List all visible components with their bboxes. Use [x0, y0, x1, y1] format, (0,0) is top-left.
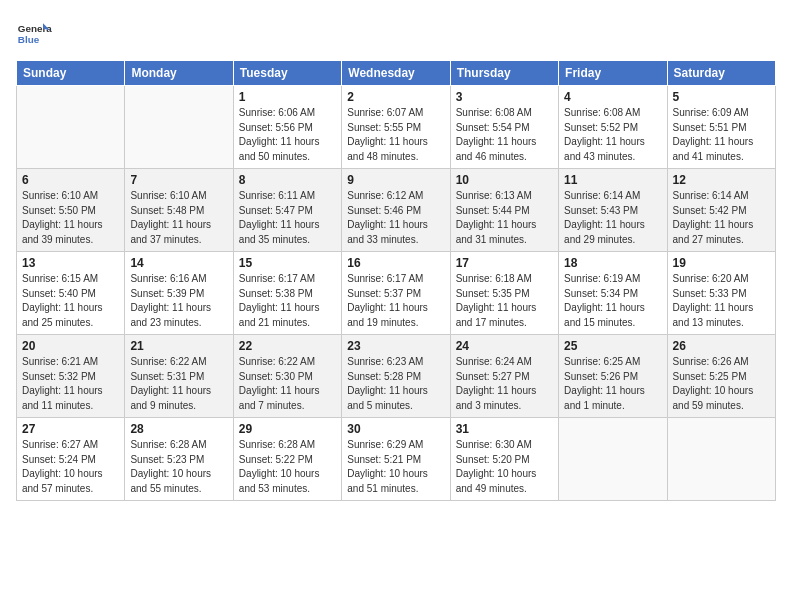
- day-number: 15: [239, 256, 336, 270]
- day-info: Sunrise: 6:21 AM Sunset: 5:32 PM Dayligh…: [22, 355, 119, 413]
- day-number: 7: [130, 173, 227, 187]
- day-number: 10: [456, 173, 553, 187]
- day-number: 18: [564, 256, 661, 270]
- day-number: 28: [130, 422, 227, 436]
- calendar-cell: [667, 418, 775, 501]
- day-info: Sunrise: 6:20 AM Sunset: 5:33 PM Dayligh…: [673, 272, 770, 330]
- day-number: 23: [347, 339, 444, 353]
- calendar-cell: 11Sunrise: 6:14 AM Sunset: 5:43 PM Dayli…: [559, 169, 667, 252]
- day-number: 3: [456, 90, 553, 104]
- calendar-cell: 15Sunrise: 6:17 AM Sunset: 5:38 PM Dayli…: [233, 252, 341, 335]
- day-number: 2: [347, 90, 444, 104]
- calendar-week-row: 20Sunrise: 6:21 AM Sunset: 5:32 PM Dayli…: [17, 335, 776, 418]
- day-info: Sunrise: 6:30 AM Sunset: 5:20 PM Dayligh…: [456, 438, 553, 496]
- day-number: 20: [22, 339, 119, 353]
- calendar-cell: 19Sunrise: 6:20 AM Sunset: 5:33 PM Dayli…: [667, 252, 775, 335]
- day-header-thursday: Thursday: [450, 61, 558, 86]
- day-number: 6: [22, 173, 119, 187]
- calendar-cell: 30Sunrise: 6:29 AM Sunset: 5:21 PM Dayli…: [342, 418, 450, 501]
- svg-text:Blue: Blue: [18, 34, 40, 45]
- calendar-cell: 5Sunrise: 6:09 AM Sunset: 5:51 PM Daylig…: [667, 86, 775, 169]
- day-info: Sunrise: 6:13 AM Sunset: 5:44 PM Dayligh…: [456, 189, 553, 247]
- calendar-cell: 29Sunrise: 6:28 AM Sunset: 5:22 PM Dayli…: [233, 418, 341, 501]
- day-info: Sunrise: 6:12 AM Sunset: 5:46 PM Dayligh…: [347, 189, 444, 247]
- calendar-cell: 3Sunrise: 6:08 AM Sunset: 5:54 PM Daylig…: [450, 86, 558, 169]
- calendar-table: SundayMondayTuesdayWednesdayThursdayFrid…: [16, 60, 776, 501]
- calendar-cell: 24Sunrise: 6:24 AM Sunset: 5:27 PM Dayli…: [450, 335, 558, 418]
- calendar-cell: 2Sunrise: 6:07 AM Sunset: 5:55 PM Daylig…: [342, 86, 450, 169]
- day-info: Sunrise: 6:11 AM Sunset: 5:47 PM Dayligh…: [239, 189, 336, 247]
- calendar-week-row: 13Sunrise: 6:15 AM Sunset: 5:40 PM Dayli…: [17, 252, 776, 335]
- day-number: 30: [347, 422, 444, 436]
- day-info: Sunrise: 6:18 AM Sunset: 5:35 PM Dayligh…: [456, 272, 553, 330]
- day-info: Sunrise: 6:17 AM Sunset: 5:37 PM Dayligh…: [347, 272, 444, 330]
- calendar-cell: 20Sunrise: 6:21 AM Sunset: 5:32 PM Dayli…: [17, 335, 125, 418]
- day-number: 11: [564, 173, 661, 187]
- calendar-cell: 8Sunrise: 6:11 AM Sunset: 5:47 PM Daylig…: [233, 169, 341, 252]
- day-number: 13: [22, 256, 119, 270]
- calendar-cell: 28Sunrise: 6:28 AM Sunset: 5:23 PM Dayli…: [125, 418, 233, 501]
- day-info: Sunrise: 6:07 AM Sunset: 5:55 PM Dayligh…: [347, 106, 444, 164]
- day-info: Sunrise: 6:17 AM Sunset: 5:38 PM Dayligh…: [239, 272, 336, 330]
- day-header-tuesday: Tuesday: [233, 61, 341, 86]
- day-number: 8: [239, 173, 336, 187]
- calendar-cell: 1Sunrise: 6:06 AM Sunset: 5:56 PM Daylig…: [233, 86, 341, 169]
- day-info: Sunrise: 6:08 AM Sunset: 5:54 PM Dayligh…: [456, 106, 553, 164]
- day-number: 31: [456, 422, 553, 436]
- calendar-cell: 14Sunrise: 6:16 AM Sunset: 5:39 PM Dayli…: [125, 252, 233, 335]
- calendar-cell: 27Sunrise: 6:27 AM Sunset: 5:24 PM Dayli…: [17, 418, 125, 501]
- day-info: Sunrise: 6:22 AM Sunset: 5:30 PM Dayligh…: [239, 355, 336, 413]
- day-info: Sunrise: 6:14 AM Sunset: 5:43 PM Dayligh…: [564, 189, 661, 247]
- day-number: 1: [239, 90, 336, 104]
- calendar-cell: 22Sunrise: 6:22 AM Sunset: 5:30 PM Dayli…: [233, 335, 341, 418]
- day-header-sunday: Sunday: [17, 61, 125, 86]
- day-info: Sunrise: 6:28 AM Sunset: 5:23 PM Dayligh…: [130, 438, 227, 496]
- calendar-week-row: 1Sunrise: 6:06 AM Sunset: 5:56 PM Daylig…: [17, 86, 776, 169]
- calendar-cell: 21Sunrise: 6:22 AM Sunset: 5:31 PM Dayli…: [125, 335, 233, 418]
- calendar-cell: [559, 418, 667, 501]
- calendar-header-row: SundayMondayTuesdayWednesdayThursdayFrid…: [17, 61, 776, 86]
- day-number: 14: [130, 256, 227, 270]
- day-info: Sunrise: 6:24 AM Sunset: 5:27 PM Dayligh…: [456, 355, 553, 413]
- day-info: Sunrise: 6:08 AM Sunset: 5:52 PM Dayligh…: [564, 106, 661, 164]
- day-info: Sunrise: 6:16 AM Sunset: 5:39 PM Dayligh…: [130, 272, 227, 330]
- day-number: 27: [22, 422, 119, 436]
- calendar-cell: 13Sunrise: 6:15 AM Sunset: 5:40 PM Dayli…: [17, 252, 125, 335]
- day-info: Sunrise: 6:22 AM Sunset: 5:31 PM Dayligh…: [130, 355, 227, 413]
- calendar-week-row: 6Sunrise: 6:10 AM Sunset: 5:50 PM Daylig…: [17, 169, 776, 252]
- day-header-wednesday: Wednesday: [342, 61, 450, 86]
- day-info: Sunrise: 6:09 AM Sunset: 5:51 PM Dayligh…: [673, 106, 770, 164]
- day-info: Sunrise: 6:28 AM Sunset: 5:22 PM Dayligh…: [239, 438, 336, 496]
- day-header-monday: Monday: [125, 61, 233, 86]
- calendar-cell: 7Sunrise: 6:10 AM Sunset: 5:48 PM Daylig…: [125, 169, 233, 252]
- day-info: Sunrise: 6:15 AM Sunset: 5:40 PM Dayligh…: [22, 272, 119, 330]
- day-number: 22: [239, 339, 336, 353]
- day-number: 19: [673, 256, 770, 270]
- day-number: 12: [673, 173, 770, 187]
- calendar-cell: [17, 86, 125, 169]
- calendar-cell: 31Sunrise: 6:30 AM Sunset: 5:20 PM Dayli…: [450, 418, 558, 501]
- day-info: Sunrise: 6:14 AM Sunset: 5:42 PM Dayligh…: [673, 189, 770, 247]
- calendar-cell: 12Sunrise: 6:14 AM Sunset: 5:42 PM Dayli…: [667, 169, 775, 252]
- day-info: Sunrise: 6:06 AM Sunset: 5:56 PM Dayligh…: [239, 106, 336, 164]
- day-info: Sunrise: 6:25 AM Sunset: 5:26 PM Dayligh…: [564, 355, 661, 413]
- day-number: 26: [673, 339, 770, 353]
- day-number: 24: [456, 339, 553, 353]
- day-number: 21: [130, 339, 227, 353]
- day-number: 29: [239, 422, 336, 436]
- calendar-cell: [125, 86, 233, 169]
- day-number: 9: [347, 173, 444, 187]
- day-number: 16: [347, 256, 444, 270]
- day-info: Sunrise: 6:29 AM Sunset: 5:21 PM Dayligh…: [347, 438, 444, 496]
- calendar-cell: 6Sunrise: 6:10 AM Sunset: 5:50 PM Daylig…: [17, 169, 125, 252]
- calendar-week-row: 27Sunrise: 6:27 AM Sunset: 5:24 PM Dayli…: [17, 418, 776, 501]
- calendar-cell: 26Sunrise: 6:26 AM Sunset: 5:25 PM Dayli…: [667, 335, 775, 418]
- logo: General Blue: [16, 16, 52, 52]
- day-number: 17: [456, 256, 553, 270]
- day-number: 25: [564, 339, 661, 353]
- day-header-friday: Friday: [559, 61, 667, 86]
- calendar-cell: 23Sunrise: 6:23 AM Sunset: 5:28 PM Dayli…: [342, 335, 450, 418]
- day-info: Sunrise: 6:26 AM Sunset: 5:25 PM Dayligh…: [673, 355, 770, 413]
- calendar-cell: 25Sunrise: 6:25 AM Sunset: 5:26 PM Dayli…: [559, 335, 667, 418]
- day-info: Sunrise: 6:27 AM Sunset: 5:24 PM Dayligh…: [22, 438, 119, 496]
